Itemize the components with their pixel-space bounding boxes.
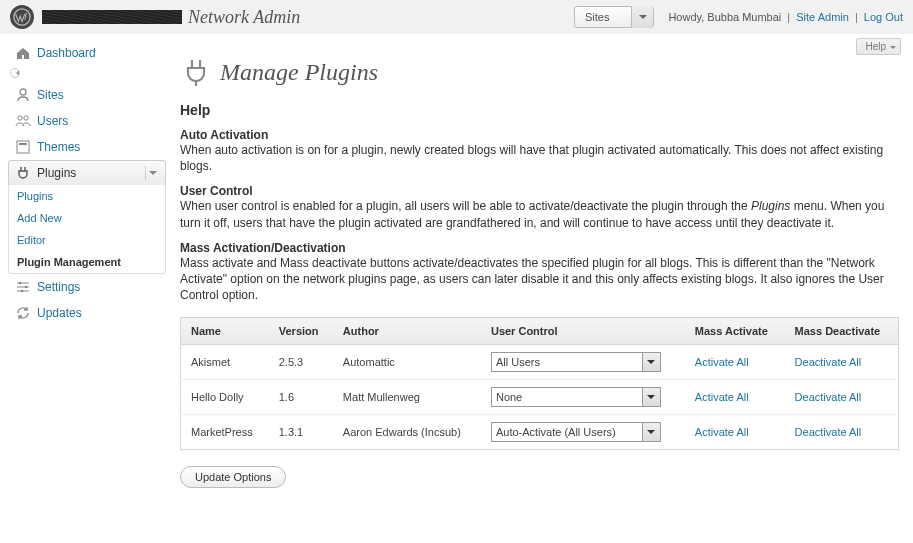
- top-greeting: Howdy, Bubba Mumbai | Site Admin | Log O…: [668, 11, 903, 23]
- site-admin-link[interactable]: Site Admin: [796, 11, 849, 23]
- deactivate-all-link[interactable]: Deactivate All: [795, 356, 862, 368]
- chevron-down-icon: [631, 6, 653, 28]
- chevron-down-icon: [642, 388, 660, 406]
- sites-dropdown-label: Sites: [575, 11, 631, 23]
- submenu-plugin-management[interactable]: Plugin Management: [9, 251, 165, 273]
- house-icon: [15, 45, 31, 61]
- col-mass-deactivate: Mass Deactivate: [785, 318, 899, 345]
- activate-all-link[interactable]: Activate All: [695, 426, 749, 438]
- cell-version: 2.5.3: [269, 345, 333, 380]
- sidebar-item-plugins[interactable]: Plugins: [8, 160, 166, 186]
- help-heading: Help: [180, 102, 899, 118]
- sidebar-item-themes[interactable]: Themes: [8, 134, 166, 160]
- admin-topbar: Network Admin Sites Howdy, Bubba Mumbai …: [0, 0, 913, 34]
- page-title: Manage Plugins: [220, 59, 378, 86]
- activate-all-link[interactable]: Activate All: [695, 356, 749, 368]
- update-options-button[interactable]: Update Options: [180, 466, 286, 488]
- plugins-table: Name Version Author User Control Mass Ac…: [180, 317, 899, 450]
- help-text: Auto Activation When auto activation is …: [180, 128, 899, 303]
- col-mass-activate: Mass Activate: [685, 318, 785, 345]
- network-admin-label: Network Admin: [188, 7, 300, 28]
- svg-rect-4: [17, 141, 29, 153]
- cell-version: 1.3.1: [269, 415, 333, 450]
- chevron-down-icon: [642, 353, 660, 371]
- svg-rect-5: [19, 143, 27, 145]
- collapse-menu-icon[interactable]: [10, 68, 20, 78]
- users-icon: [15, 113, 31, 129]
- col-name: Name: [181, 318, 269, 345]
- sidebar-item-sites[interactable]: Sites: [8, 82, 166, 108]
- cell-version: 1.6: [269, 380, 333, 415]
- cell-name: MarketPress: [181, 415, 269, 450]
- sidebar-item-settings[interactable]: Settings: [8, 274, 166, 300]
- activate-all-link[interactable]: Activate All: [695, 391, 749, 403]
- cell-name: Akismet: [181, 345, 269, 380]
- svg-point-2: [18, 116, 22, 120]
- plug-icon: [15, 165, 31, 181]
- user-control-select[interactable]: All Users: [491, 352, 661, 372]
- submenu-editor[interactable]: Editor: [9, 229, 165, 251]
- svg-point-7: [25, 286, 28, 289]
- sidebar-item-updates[interactable]: Updates: [8, 300, 166, 326]
- plug-icon: [180, 56, 212, 88]
- sites-icon: [15, 87, 31, 103]
- themes-icon: [15, 139, 31, 155]
- plugins-submenu: Plugins Add New Editor Plugin Management: [8, 185, 166, 274]
- sidebar-item-users[interactable]: Users: [8, 108, 166, 134]
- cell-name: Hello Dolly: [181, 380, 269, 415]
- user-control-select[interactable]: None: [491, 387, 661, 407]
- deactivate-all-link[interactable]: Deactivate All: [795, 426, 862, 438]
- submenu-plugins[interactable]: Plugins: [9, 185, 165, 207]
- main-content: Help Manage Plugins Help Auto Activation…: [170, 34, 913, 508]
- chevron-down-icon: [145, 166, 159, 180]
- svg-point-3: [24, 116, 28, 120]
- admin-sidebar: Dashboard Sites Users Themes Plugins Plu…: [0, 34, 170, 508]
- table-row: Hello Dolly1.6Matt MullenwegNoneActivate…: [181, 380, 899, 415]
- sidebar-item-dashboard[interactable]: Dashboard: [8, 40, 166, 66]
- cell-author: Aaron Edwards (Incsub): [333, 415, 481, 450]
- svg-point-8: [21, 290, 24, 293]
- cell-author: Automattic: [333, 345, 481, 380]
- cell-author: Matt Mullenweg: [333, 380, 481, 415]
- redacted-site-name: [42, 10, 182, 24]
- chevron-down-icon: [642, 423, 660, 441]
- user-control-select[interactable]: Auto-Activate (All Users): [491, 422, 661, 442]
- deactivate-all-link[interactable]: Deactivate All: [795, 391, 862, 403]
- wordpress-logo-icon[interactable]: [10, 5, 34, 29]
- submenu-add-new[interactable]: Add New: [9, 207, 165, 229]
- col-author: Author: [333, 318, 481, 345]
- svg-point-6: [19, 282, 22, 285]
- updates-icon: [15, 305, 31, 321]
- col-version: Version: [269, 318, 333, 345]
- table-row: MarketPress1.3.1Aaron Edwards (Incsub)Au…: [181, 415, 899, 450]
- help-tab[interactable]: Help: [856, 38, 901, 55]
- table-row: Akismet2.5.3AutomatticAll UsersActivate …: [181, 345, 899, 380]
- logout-link[interactable]: Log Out: [864, 11, 903, 23]
- col-user-control: User Control: [481, 318, 685, 345]
- sliders-icon: [15, 279, 31, 295]
- svg-point-1: [20, 89, 26, 95]
- sites-dropdown[interactable]: Sites: [574, 6, 654, 28]
